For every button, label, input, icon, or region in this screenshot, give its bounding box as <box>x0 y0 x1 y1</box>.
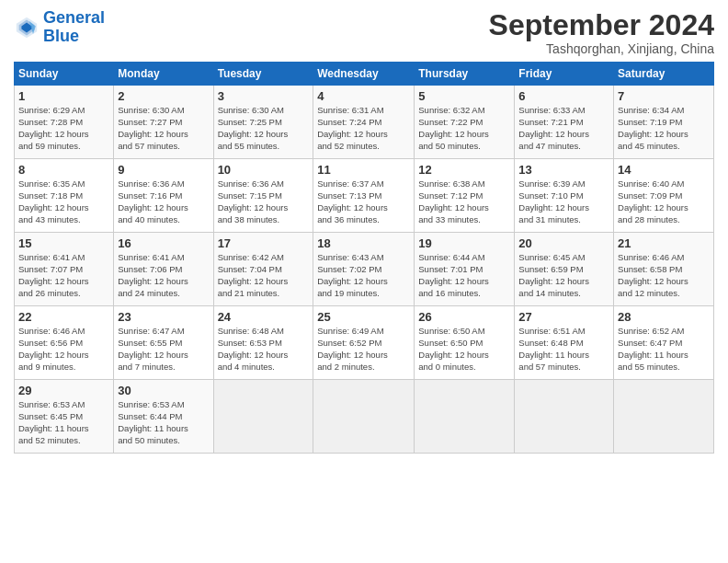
day-number: 6 <box>518 89 609 103</box>
calendar-week-row: 15Sunrise: 6:41 AM Sunset: 7:07 PM Dayli… <box>15 233 714 306</box>
calendar-cell: 23Sunrise: 6:47 AM Sunset: 6:55 PM Dayli… <box>114 306 213 380</box>
calendar-cell: 30Sunrise: 6:53 AM Sunset: 6:44 PM Dayli… <box>114 380 213 454</box>
calendar-cell: 18Sunrise: 6:43 AM Sunset: 7:02 PM Dayli… <box>313 233 415 306</box>
day-number: 22 <box>18 310 109 324</box>
day-info: Sunrise: 6:42 AM Sunset: 7:04 PM Dayligh… <box>218 252 310 299</box>
calendar-cell: 17Sunrise: 6:42 AM Sunset: 7:04 PM Dayli… <box>213 233 313 306</box>
day-info: Sunrise: 6:39 AM Sunset: 7:10 PM Dayligh… <box>518 178 609 225</box>
day-info: Sunrise: 6:52 AM Sunset: 6:47 PM Dayligh… <box>618 326 710 373</box>
calendar-header-row: SundayMondayTuesdayWednesdayThursdayFrid… <box>15 63 714 86</box>
calendar-week-row: 29Sunrise: 6:53 AM Sunset: 6:45 PM Dayli… <box>15 380 714 454</box>
logo-line1: General <box>43 8 105 27</box>
day-info: Sunrise: 6:43 AM Sunset: 7:02 PM Dayligh… <box>317 252 410 299</box>
calendar-week-row: 8Sunrise: 6:35 AM Sunset: 7:18 PM Daylig… <box>15 159 714 233</box>
day-info: Sunrise: 6:37 AM Sunset: 7:13 PM Dayligh… <box>317 178 410 225</box>
calendar-cell <box>415 380 515 454</box>
day-info: Sunrise: 6:50 AM Sunset: 6:50 PM Dayligh… <box>418 326 510 373</box>
day-number: 18 <box>317 236 410 250</box>
calendar-week-row: 22Sunrise: 6:46 AM Sunset: 6:56 PM Dayli… <box>15 306 714 380</box>
day-info: Sunrise: 6:35 AM Sunset: 7:18 PM Dayligh… <box>18 178 109 225</box>
day-number: 17 <box>218 236 310 250</box>
day-number: 24 <box>218 310 310 324</box>
day-info: Sunrise: 6:44 AM Sunset: 7:01 PM Dayligh… <box>418 252 510 299</box>
calendar-cell: 21Sunrise: 6:46 AM Sunset: 6:58 PM Dayli… <box>614 233 714 306</box>
calendar-cell: 24Sunrise: 6:48 AM Sunset: 6:53 PM Dayli… <box>213 306 313 380</box>
calendar-cell: 29Sunrise: 6:53 AM Sunset: 6:45 PM Dayli… <box>15 380 114 454</box>
calendar-cell: 8Sunrise: 6:35 AM Sunset: 7:18 PM Daylig… <box>15 159 114 233</box>
day-number: 20 <box>518 236 609 250</box>
day-info: Sunrise: 6:53 AM Sunset: 6:45 PM Dayligh… <box>18 399 109 446</box>
calendar-cell: 4Sunrise: 6:31 AM Sunset: 7:24 PM Daylig… <box>313 86 415 159</box>
day-info: Sunrise: 6:51 AM Sunset: 6:48 PM Dayligh… <box>518 326 609 373</box>
day-number: 9 <box>118 163 209 177</box>
day-number: 25 <box>317 310 410 324</box>
calendar-cell: 20Sunrise: 6:45 AM Sunset: 6:59 PM Dayli… <box>515 233 614 306</box>
day-info: Sunrise: 6:41 AM Sunset: 7:07 PM Dayligh… <box>18 252 109 299</box>
day-number: 11 <box>317 163 410 177</box>
calendar-cell: 2Sunrise: 6:30 AM Sunset: 7:27 PM Daylig… <box>114 86 213 159</box>
day-header-wednesday: Wednesday <box>313 63 415 86</box>
calendar-week-row: 1Sunrise: 6:29 AM Sunset: 7:28 PM Daylig… <box>15 86 714 159</box>
calendar-cell: 10Sunrise: 6:36 AM Sunset: 7:15 PM Dayli… <box>213 159 313 233</box>
page-container: General Blue September 2024 Tashqorghan,… <box>0 0 728 463</box>
day-header-sunday: Sunday <box>15 63 114 86</box>
calendar-cell: 11Sunrise: 6:37 AM Sunset: 7:13 PM Dayli… <box>313 159 415 233</box>
calendar-cell <box>614 380 714 454</box>
calendar-cell: 19Sunrise: 6:44 AM Sunset: 7:01 PM Dayli… <box>415 233 515 306</box>
month-title: September 2024 <box>489 9 714 41</box>
calendar-cell: 25Sunrise: 6:49 AM Sunset: 6:52 PM Dayli… <box>313 306 415 380</box>
day-number: 15 <box>18 236 109 250</box>
day-header-thursday: Thursday <box>415 63 515 86</box>
day-info: Sunrise: 6:36 AM Sunset: 7:15 PM Dayligh… <box>218 178 310 225</box>
header: General Blue September 2024 Tashqorghan,… <box>14 9 714 56</box>
day-info: Sunrise: 6:46 AM Sunset: 6:56 PM Dayligh… <box>18 326 109 373</box>
calendar-cell: 16Sunrise: 6:41 AM Sunset: 7:06 PM Dayli… <box>114 233 213 306</box>
day-number: 21 <box>618 236 710 250</box>
day-info: Sunrise: 6:29 AM Sunset: 7:28 PM Dayligh… <box>18 105 109 152</box>
calendar-table: SundayMondayTuesdayWednesdayThursdayFrid… <box>14 62 714 454</box>
day-info: Sunrise: 6:31 AM Sunset: 7:24 PM Dayligh… <box>317 105 410 152</box>
day-number: 19 <box>418 236 510 250</box>
day-info: Sunrise: 6:46 AM Sunset: 6:58 PM Dayligh… <box>618 252 710 299</box>
calendar-cell: 22Sunrise: 6:46 AM Sunset: 6:56 PM Dayli… <box>15 306 114 380</box>
calendar-cell: 7Sunrise: 6:34 AM Sunset: 7:19 PM Daylig… <box>614 86 714 159</box>
calendar-cell <box>213 380 313 454</box>
calendar-cell: 26Sunrise: 6:50 AM Sunset: 6:50 PM Dayli… <box>415 306 515 380</box>
calendar-cell: 15Sunrise: 6:41 AM Sunset: 7:07 PM Dayli… <box>15 233 114 306</box>
calendar-cell: 6Sunrise: 6:33 AM Sunset: 7:21 PM Daylig… <box>515 86 614 159</box>
day-info: Sunrise: 6:30 AM Sunset: 7:25 PM Dayligh… <box>218 105 310 152</box>
day-number: 1 <box>18 89 109 103</box>
day-info: Sunrise: 6:41 AM Sunset: 7:06 PM Dayligh… <box>118 252 209 299</box>
calendar-cell: 12Sunrise: 6:38 AM Sunset: 7:12 PM Dayli… <box>415 159 515 233</box>
calendar-cell: 13Sunrise: 6:39 AM Sunset: 7:10 PM Dayli… <box>515 159 614 233</box>
day-number: 14 <box>618 163 710 177</box>
day-info: Sunrise: 6:36 AM Sunset: 7:16 PM Dayligh… <box>118 178 209 225</box>
day-info: Sunrise: 6:34 AM Sunset: 7:19 PM Dayligh… <box>618 105 710 152</box>
calendar-cell: 1Sunrise: 6:29 AM Sunset: 7:28 PM Daylig… <box>15 86 114 159</box>
calendar-cell <box>313 380 415 454</box>
day-number: 12 <box>418 163 510 177</box>
day-number: 7 <box>618 89 710 103</box>
day-number: 13 <box>518 163 609 177</box>
day-header-tuesday: Tuesday <box>213 63 313 86</box>
logo-icon <box>14 15 40 40</box>
day-info: Sunrise: 6:45 AM Sunset: 6:59 PM Dayligh… <box>518 252 609 299</box>
calendar-cell: 5Sunrise: 6:32 AM Sunset: 7:22 PM Daylig… <box>415 86 515 159</box>
day-info: Sunrise: 6:33 AM Sunset: 7:21 PM Dayligh… <box>518 105 609 152</box>
day-header-saturday: Saturday <box>614 63 714 86</box>
calendar-cell: 14Sunrise: 6:40 AM Sunset: 7:09 PM Dayli… <box>614 159 714 233</box>
day-number: 23 <box>118 310 209 324</box>
day-number: 8 <box>18 163 109 177</box>
day-number: 30 <box>118 384 209 397</box>
day-number: 26 <box>418 310 510 324</box>
day-number: 4 <box>317 89 410 103</box>
calendar-cell: 3Sunrise: 6:30 AM Sunset: 7:25 PM Daylig… <box>213 86 313 159</box>
day-info: Sunrise: 6:48 AM Sunset: 6:53 PM Dayligh… <box>218 326 310 373</box>
calendar-cell: 9Sunrise: 6:36 AM Sunset: 7:16 PM Daylig… <box>114 159 213 233</box>
day-info: Sunrise: 6:32 AM Sunset: 7:22 PM Dayligh… <box>418 105 510 152</box>
location-subtitle: Tashqorghan, Xinjiang, China <box>489 41 714 56</box>
day-info: Sunrise: 6:49 AM Sunset: 6:52 PM Dayligh… <box>317 326 410 373</box>
day-info: Sunrise: 6:30 AM Sunset: 7:27 PM Dayligh… <box>118 105 209 152</box>
day-number: 27 <box>518 310 609 324</box>
day-number: 16 <box>118 236 209 250</box>
